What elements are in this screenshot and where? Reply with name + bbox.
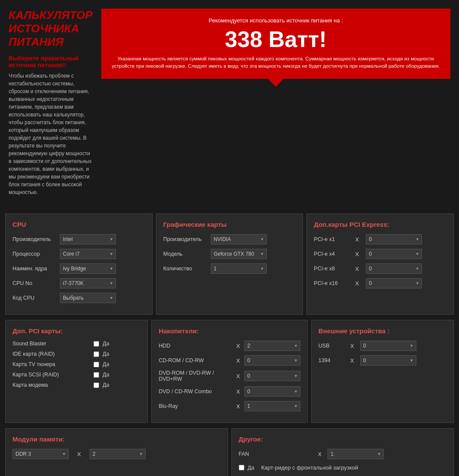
cpu-core-row: Наимен. ядра Ivy Bridge Sandy Bridge [12, 263, 145, 274]
dvdrw-row: DVD-ROM / DVD-RW / DVD+RW X 012 [159, 370, 300, 382]
subtitle: Выберите правильный источник питания!! [9, 55, 93, 69]
cpu-code-select[interactable]: Выбрать [60, 293, 116, 303]
cpu-manufacturer-select[interactable]: Intel AMD [60, 234, 116, 244]
sound-blaster-yes: Да [103, 341, 109, 347]
cpu-code-row: Код CPU Выбрать [12, 293, 145, 303]
modem-checkbox[interactable] [94, 382, 99, 388]
row-1: CPU Производитель Intel AMD Процессор Co… [0, 213, 459, 320]
storage-title: Накопители: [159, 327, 300, 335]
scsi-raid-row: Карта SCSI (RAID) Да [12, 372, 141, 378]
modem-yes: Да [103, 382, 109, 388]
bluray-wrapper[interactable]: 102 [244, 401, 300, 411]
dvdcombo-x: X [236, 388, 240, 395]
usb-row: USB X 012 [318, 341, 447, 351]
cpu-manufacturer-row: Производитель Intel AMD [12, 234, 145, 244]
cpu-manufacturer-wrapper[interactable]: Intel AMD [60, 234, 116, 244]
modem-row: Карта модема Да [12, 382, 141, 388]
header: Калькулятор источника питания Выберите п… [0, 0, 459, 200]
usb-label: USB [318, 343, 344, 349]
gpu-manufacturer-row: Производитель NVIDIA AMD [163, 234, 296, 244]
bluray-label: Blu-Ray [159, 403, 232, 409]
fw-wrapper[interactable]: 012 [360, 355, 416, 366]
memory-x: X [77, 451, 81, 457]
memory-type-select[interactable]: DDR 3 DDR 2 DDR [12, 449, 69, 459]
dvdcombo-select[interactable]: 012 [244, 386, 300, 397]
hdd-row: HDD X 20134 [159, 341, 300, 351]
ide-raid-row: IDE карта (RAID) Да [12, 351, 141, 357]
other-card: Другое: FAN X 1023 Да Карт-ридер с фронт… [231, 428, 454, 476]
dvdrw-label: DVD-ROM / DVD-RW / DVD+RW [159, 370, 232, 382]
cpu-no-wrapper[interactable]: i7-3770K i7-3770 [60, 278, 116, 288]
description: Чтобы избежать проблем с нестабильностью… [9, 72, 93, 196]
cpu-no-select[interactable]: i7-3770K i7-3770 [60, 278, 116, 288]
external-card: Внешние устройства : USB X 012 1394 X 01… [311, 320, 454, 423]
usb-wrapper[interactable]: 012 [360, 341, 416, 351]
pci-e-x4-wrapper[interactable]: 012 [366, 249, 422, 259]
pci-e-x16-select[interactable]: 012 [366, 278, 422, 288]
pci-e-x1-wrapper[interactable]: 012 [366, 234, 422, 244]
hdd-select[interactable]: 20134 [244, 341, 300, 351]
pci-e-x4-select[interactable]: 012 [366, 249, 422, 259]
fan-label: FAN [239, 451, 312, 457]
pci-e-x16-wrapper[interactable]: 012 [366, 278, 422, 288]
fan-select[interactable]: 1023 [328, 449, 384, 459]
cpu-core-wrapper[interactable]: Ivy Bridge Sandy Bridge [60, 263, 116, 274]
pci-e-x8-wrapper[interactable]: 012 [366, 263, 422, 274]
gpu-model-wrapper[interactable]: Geforce GTX 780 Geforce GTX 770 [211, 249, 267, 259]
sound-blaster-row: Sound Blaster Да [12, 341, 141, 347]
pci-express-card: Доп.карты PCI Express: PCI-e x1 X 012 PC… [306, 213, 454, 315]
gpu-model-select[interactable]: Geforce GTX 780 Geforce GTX 770 [211, 249, 267, 259]
pci-e-x1-label: PCI-e x1 [314, 236, 348, 242]
fw-x: X [350, 357, 354, 364]
gpu-quantity-label: Количество [163, 266, 211, 272]
gpu-title: Графические карты [163, 221, 296, 228]
cdrom-wrapper[interactable]: 012 [244, 355, 300, 366]
scsi-raid-yes: Да [103, 372, 109, 378]
memory-count-wrapper[interactable]: 2134 [90, 449, 146, 459]
fw-select[interactable]: 012 [360, 355, 416, 366]
usb-select[interactable]: 012 [360, 341, 416, 351]
cdrom-x: X [236, 357, 240, 364]
storage-card: Накопители: HDD X 20134 CD-ROM / CD-RW X… [151, 320, 308, 423]
memory-count-select[interactable]: 2134 [90, 449, 146, 459]
tv-tuner-checkbox[interactable] [94, 362, 99, 367]
cpu-code-label: Код CPU [12, 295, 60, 301]
tv-tuner-row: Карта TV тюнера Да [12, 361, 141, 367]
dvdrw-wrapper[interactable]: 012 [244, 371, 300, 381]
bluray-select[interactable]: 102 [244, 401, 300, 411]
hdd-x: X [236, 343, 240, 349]
pci-e-x1-select[interactable]: 012 [366, 234, 422, 244]
scsi-raid-checkbox[interactable] [94, 372, 99, 378]
memory-type-wrapper[interactable]: DDR 3 DDR 2 DDR [12, 449, 69, 459]
gpu-quantity-wrapper[interactable]: 1 2 3 [211, 263, 267, 274]
dvdrw-select[interactable]: 012 [244, 371, 300, 381]
card-reader-checkbox[interactable] [239, 465, 244, 470]
cdrom-select[interactable]: 012 [244, 355, 300, 366]
header-left: Калькулятор источника питания Выберите п… [9, 9, 93, 196]
ide-raid-yes: Да [103, 351, 109, 357]
pci-e-x1-x: X [355, 236, 359, 243]
additional-pci-card: Доп. PCI карты: Sound Blaster Да IDE кар… [5, 320, 148, 423]
usb-x: X [350, 343, 354, 349]
fan-row: FAN X 1023 [239, 449, 447, 459]
pci-e-x8-x: X [355, 266, 359, 272]
cpu-processor-row: Процессор Core i7 Core i5 Core i3 [12, 249, 145, 259]
gpu-manufacturer-wrapper[interactable]: NVIDIA AMD [211, 234, 267, 244]
card-reader-row: Да Карт-ридер с фронтальной загрузкой [239, 464, 447, 471]
pci-e-x8-select[interactable]: 012 [366, 263, 422, 274]
ide-raid-checkbox[interactable] [94, 351, 99, 357]
cpu-processor-wrapper[interactable]: Core i7 Core i5 Core i3 [60, 249, 116, 259]
gpu-quantity-select[interactable]: 1 2 3 [211, 263, 267, 274]
hdd-wrapper[interactable]: 20134 [244, 341, 300, 351]
cdrom-row: CD-ROM / CD-RW X 012 [159, 355, 300, 366]
dvdcombo-wrapper[interactable]: 012 [244, 386, 300, 397]
cpu-processor-select[interactable]: Core i7 Core i5 Core i3 [60, 249, 116, 259]
ide-raid-label: IDE карта (RAID) [12, 351, 90, 357]
cpu-code-wrapper[interactable]: Выбрать [60, 293, 116, 303]
gpu-manufacturer-select[interactable]: NVIDIA AMD [211, 234, 267, 244]
fan-x: X [318, 451, 322, 457]
gpu-model-row: Модель Geforce GTX 780 Geforce GTX 770 [163, 249, 296, 259]
cpu-core-select[interactable]: Ivy Bridge Sandy Bridge [60, 263, 116, 274]
sound-blaster-checkbox[interactable] [94, 341, 99, 347]
fan-wrapper[interactable]: 1023 [328, 449, 384, 459]
